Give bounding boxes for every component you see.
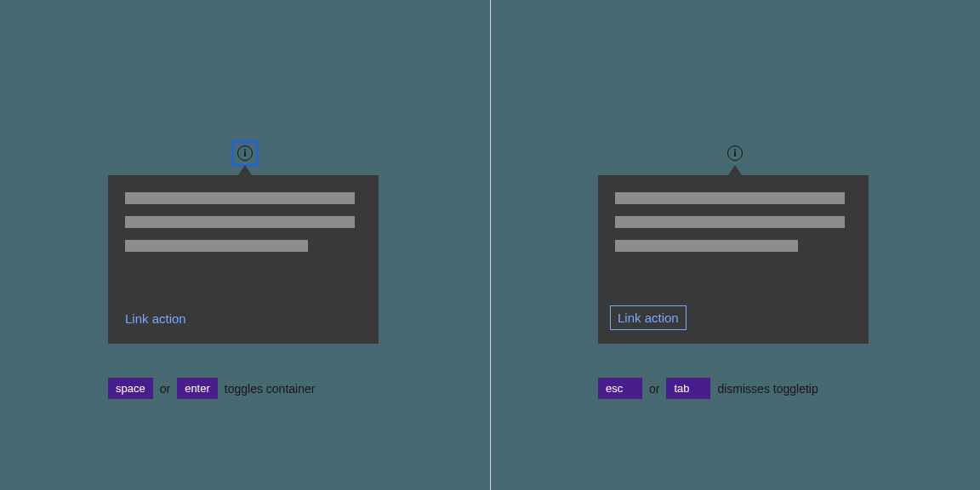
example-panel-left: i Link action space or enter toggles con… [0,0,490,490]
keyboard-caption: esc or tab dismisses toggletip [598,378,818,399]
placeholder-text-line [615,240,798,252]
key-esc: esc [598,378,642,399]
caption-conjunction: or [160,382,170,396]
toggletip-trigger-button[interactable]: i [726,144,744,162]
placeholder-text-line [615,216,845,228]
example-panel-right: i Link action esc or tab dismisses toggl… [490,0,980,490]
placeholder-text-line [125,240,308,252]
toggletip-trigger-wrap: i [236,144,254,162]
information-icon: i [237,145,253,161]
key-tab: tab [666,378,710,399]
toggletip-trigger-button[interactable]: i [236,144,254,162]
information-icon: i [727,145,743,161]
caption-tail: dismisses toggletip [717,382,818,396]
toggletip-popover: Link action [108,175,379,344]
caption-tail: toggles container [225,382,316,396]
key-enter: enter [177,378,218,399]
popover-caret [238,165,252,175]
toggletip-trigger-wrap: i [726,144,744,162]
toggletip-link-action[interactable]: Link action [125,312,186,325]
placeholder-text-line [125,216,355,228]
keyboard-caption: space or enter toggles container [108,378,315,399]
caption-conjunction: or [649,382,659,396]
information-icon-glyph: i [733,148,736,158]
toggletip-popover: Link action [598,175,869,344]
placeholder-text-line [615,192,845,204]
information-icon-glyph: i [243,148,246,158]
popover-caret [728,165,742,175]
toggletip-link-action[interactable]: Link action [610,305,687,330]
key-space: space [108,378,153,399]
placeholder-text-line [125,192,355,204]
